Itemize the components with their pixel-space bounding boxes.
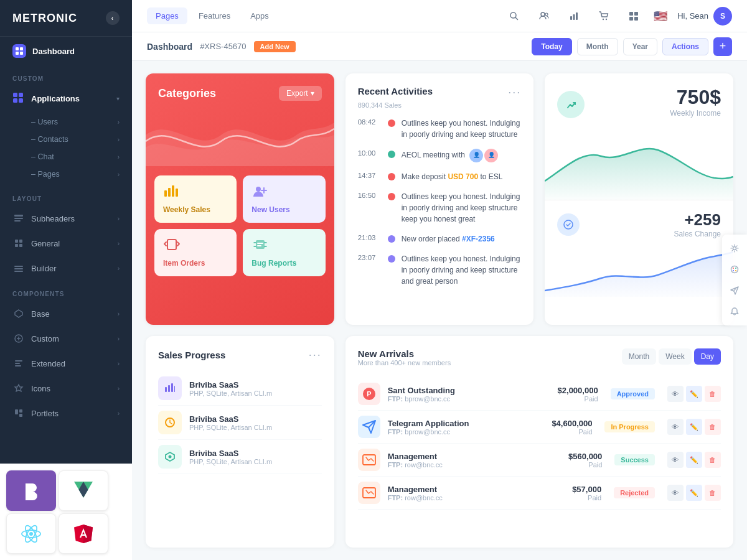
right-bell-icon[interactable] (725, 302, 745, 322)
right-settings-icon[interactable] (725, 238, 745, 258)
svg-point-36 (603, 18, 604, 19)
sidebar-sub-chat[interactable]: – Chat› (31, 148, 132, 166)
svg-rect-6 (13, 98, 17, 103)
arr-delete-3[interactable]: 🗑 (705, 485, 721, 501)
chart-icon[interactable] (564, 6, 584, 26)
user-menu[interactable]: Hi, Sean S (677, 7, 732, 26)
add-button[interactable]: + (713, 37, 732, 56)
sidebar-item-extended[interactable]: Extended › (0, 351, 132, 376)
svg-rect-48 (256, 240, 265, 249)
portlets-icon (12, 407, 25, 419)
month-button[interactable]: Month (577, 38, 618, 55)
sidebar-item-general[interactable]: General › (0, 231, 132, 256)
builder-chevron: › (118, 265, 120, 272)
cart-icon[interactable] (594, 6, 614, 26)
arr-view-1[interactable]: 👁 (667, 419, 684, 435)
sidebar-item-portlets[interactable]: Portlets › (0, 401, 132, 426)
search-icon[interactable] (504, 6, 524, 26)
arr-status-2: Success (614, 454, 655, 465)
sidebar-sub-users[interactable]: – Users› (31, 113, 132, 131)
arr-ftp-2: FTP: row@bnc.cc (388, 461, 443, 469)
activity-dot (388, 119, 395, 127)
sidebar-sub-pages[interactable]: – Pages› (31, 166, 132, 183)
bootstrap-logo[interactable] (6, 470, 56, 511)
arr-logo-3 (358, 482, 380, 504)
angular-logo[interactable] (59, 513, 108, 554)
sidebar-item-dashboard[interactable]: Dashboard (0, 37, 132, 65)
arr-edit-1[interactable]: ✏️ (686, 419, 702, 435)
subheaders-chevron: › (118, 215, 120, 222)
cat-weekly-sales[interactable]: Weekly Sales (154, 175, 237, 223)
arr-tab-month[interactable]: Month (622, 348, 656, 365)
icons-icon (12, 382, 25, 394)
svg-rect-33 (570, 16, 572, 20)
react-logo[interactable] (6, 513, 56, 554)
nav-tab-apps[interactable]: Apps (242, 7, 278, 24)
sidebar-item-icons[interactable]: Icons › (0, 376, 132, 401)
sidebar-item-custom[interactable]: Custom › (0, 326, 132, 351)
cat-item-orders[interactable]: Item Orders (154, 229, 237, 276)
actions-button[interactable]: Actions (662, 38, 708, 55)
add-new-badge[interactable]: Add New (254, 41, 296, 52)
activity-row-1000: 10:00 AEOL meeting with 👤 👤 (358, 149, 522, 162)
cat-new-users[interactable]: New Users (243, 175, 325, 223)
base-chevron: › (118, 310, 120, 317)
nav-tab-features[interactable]: Features (190, 7, 239, 24)
nav-tab-pages[interactable]: Pages (147, 7, 187, 24)
arr-edit-0[interactable]: ✏️ (686, 386, 702, 402)
order-link[interactable]: #XF-2356 (462, 235, 495, 243)
arr-tab-week[interactable]: Week (659, 348, 691, 365)
sidebar-collapse-button[interactable]: ‹ (106, 11, 120, 25)
sidebar-item-subheaders[interactable]: Subheaders › (0, 206, 132, 231)
svg-rect-43 (168, 188, 171, 197)
sales-progress-more[interactable]: ··· (309, 348, 322, 362)
sidebar-sub-contacts[interactable]: – Contacts› (31, 131, 132, 148)
svg-rect-53 (174, 386, 175, 392)
today-button[interactable]: Today (532, 38, 571, 55)
cat-bug-reports[interactable]: Bug Reports (243, 229, 325, 276)
sp-item-sub-1: PHP, SQLite, Artisan CLI.m (189, 424, 322, 431)
sp-item-sub-0: PHP, SQLite, Artisan CLI.m (189, 390, 322, 397)
svg-rect-9 (14, 218, 23, 219)
right-palette-icon[interactable] (725, 259, 745, 279)
sidebar: METRONIC ‹ Dashboard CUSTOM Applications (0, 0, 132, 560)
arr-delete-2[interactable]: 🗑 (705, 452, 721, 468)
arr-view-3[interactable]: 👁 (667, 485, 684, 501)
sidebar-item-builder[interactable]: Builder › (0, 256, 132, 281)
deposit-link[interactable]: USD 700 (448, 172, 478, 181)
export-button[interactable]: Export ▾ (279, 86, 322, 101)
arr-name-3: Management (388, 485, 443, 494)
svg-rect-24 (19, 409, 22, 413)
arr-info-3: Management FTP: row@bnc.cc (388, 485, 443, 502)
svg-rect-8 (14, 215, 23, 217)
flag-icon[interactable]: 🇺🇸 (654, 9, 667, 23)
users-icon[interactable] (534, 6, 554, 26)
weekly-sales-icon (163, 184, 228, 202)
apps-grid-icon[interactable] (624, 6, 644, 26)
arr-view-0[interactable]: 👁 (667, 386, 684, 402)
applications-icon (12, 92, 25, 105)
activities-subtitle: 890,344 Sales (358, 101, 522, 109)
arr-view-2[interactable]: 👁 (667, 452, 684, 468)
activities-title: Recent Activities (358, 86, 433, 96)
arr-info-0: Sant Outstanding FTP: bprow@bnc.cc (388, 386, 455, 403)
vue-logo[interactable] (59, 470, 108, 511)
svg-rect-45 (176, 189, 178, 197)
svg-rect-42 (164, 190, 167, 197)
svg-point-37 (606, 18, 607, 19)
right-send-icon[interactable] (725, 281, 745, 301)
sidebar-item-base[interactable]: Base › (0, 301, 132, 326)
extended-label: Extended (31, 359, 111, 368)
sp-item-2: Briviba SaaS PHP, SQLite, Artisan CLI.m (158, 440, 322, 474)
icons-chevron: › (118, 385, 120, 392)
arr-edit-3[interactable]: ✏️ (686, 485, 702, 501)
activities-more[interactable]: ··· (508, 86, 521, 99)
arr-edit-2[interactable]: ✏️ (686, 452, 702, 468)
arr-delete-0[interactable]: 🗑 (705, 386, 721, 402)
arr-delete-1[interactable]: 🗑 (705, 419, 721, 435)
arr-tab-day[interactable]: Day (694, 348, 721, 365)
income-icon-circle (557, 91, 585, 118)
sidebar-item-applications[interactable]: Applications ▾ (0, 86, 132, 111)
year-button[interactable]: Year (623, 38, 657, 55)
svg-rect-3 (20, 52, 23, 55)
